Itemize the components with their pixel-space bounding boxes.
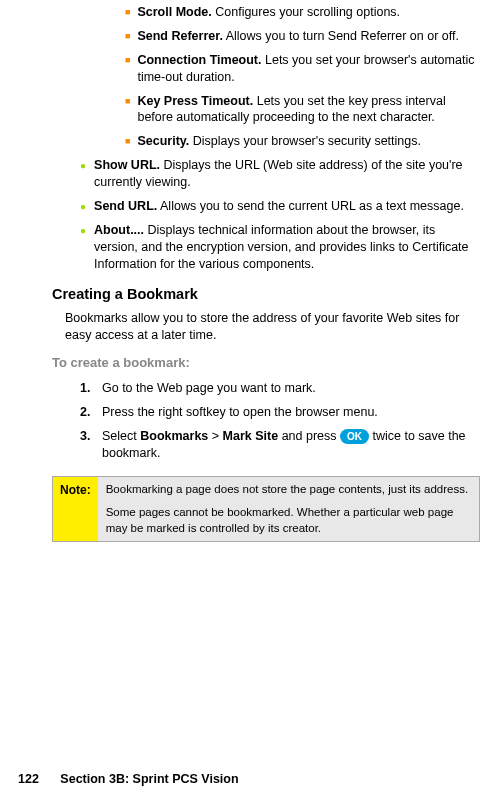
list-item: ■ Connection Timeout. Lets you set your … xyxy=(125,52,480,86)
note-box: Note: Bookmarking a page does not store … xyxy=(52,476,480,543)
step-item: 2. Press the right softkey to open the b… xyxy=(80,404,480,421)
list-item: ■ Scroll Mode. Configures your scrolling… xyxy=(125,4,480,21)
bullet-icon: ● xyxy=(80,157,86,191)
step-item: 3. Select Bookmarks > Mark Site and pres… xyxy=(80,428,480,462)
section-label: Section 3B: Sprint PCS Vision xyxy=(60,772,238,786)
item-text: Send URL. Allows you to send the current… xyxy=(94,198,464,215)
page-number: 122 xyxy=(18,772,39,786)
bullet-icon: ■ xyxy=(125,28,130,45)
list-item: ■ Send Referrer. Allows you to turn Send… xyxy=(125,28,480,45)
section-heading: Creating a Bookmark xyxy=(52,285,480,305)
bullet-icon: ■ xyxy=(125,133,130,150)
step-number: 1. xyxy=(80,380,102,397)
step-item: 1. Go to the Web page you want to mark. xyxy=(80,380,480,397)
intro-text: Bookmarks allow you to store the address… xyxy=(65,310,480,344)
step-number: 2. xyxy=(80,404,102,421)
ok-icon: OK xyxy=(340,429,369,444)
list-item: ■ Security. Displays your browser's secu… xyxy=(125,133,480,150)
bullet-icon: ● xyxy=(80,222,86,273)
step-text: Select Bookmarks > Mark Site and press O… xyxy=(102,428,480,462)
note-body: Bookmarking a page does not store the pa… xyxy=(98,477,479,542)
bullet-icon: ● xyxy=(80,198,86,215)
item-text: Security. Displays your browser's securi… xyxy=(137,133,421,150)
note-line: Bookmarking a page does not store the pa… xyxy=(106,482,471,498)
bullet-icon: ■ xyxy=(125,4,130,21)
step-number: 3. xyxy=(80,428,102,462)
note-label: Note: xyxy=(53,477,98,542)
item-text: Connection Timeout. Lets you set your br… xyxy=(137,52,480,86)
list-item: ■ Key Press Timeout. Lets you set the ke… xyxy=(125,93,480,127)
note-line: Some pages cannot be bookmarked. Whether… xyxy=(106,505,471,536)
list-item: ● Send URL. Allows you to send the curre… xyxy=(80,198,480,215)
page-footer: 122 Section 3B: Sprint PCS Vision xyxy=(18,771,239,788)
bullet-icon: ■ xyxy=(125,52,130,86)
step-text: Press the right softkey to open the brow… xyxy=(102,404,378,421)
list-item: ● Show URL. Displays the URL (Web site a… xyxy=(80,157,480,191)
item-text: Scroll Mode. Configures your scrolling o… xyxy=(137,4,400,21)
item-text: Send Referrer. Allows you to turn Send R… xyxy=(137,28,458,45)
item-text: Key Press Timeout. Lets you set the key … xyxy=(137,93,480,127)
subheading: To create a bookmark: xyxy=(52,354,480,372)
step-text: Go to the Web page you want to mark. xyxy=(102,380,316,397)
list-item: ● About.... Displays technical informati… xyxy=(80,222,480,273)
bullet-icon: ■ xyxy=(125,93,130,127)
item-text: Show URL. Displays the URL (Web site add… xyxy=(94,157,480,191)
item-text: About.... Displays technical information… xyxy=(94,222,480,273)
